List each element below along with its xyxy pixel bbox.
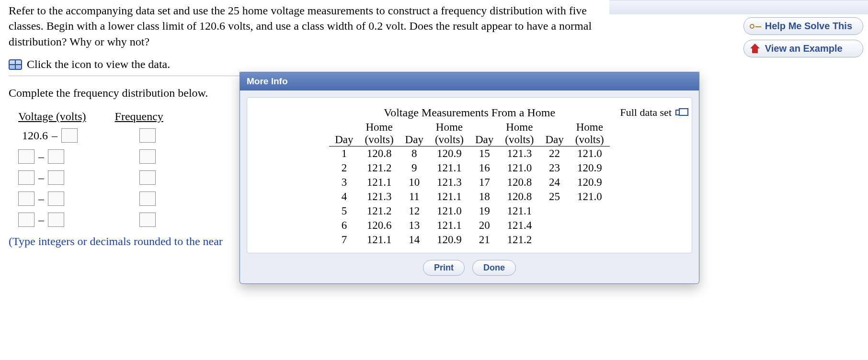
more-info-modal: More Info Full data set Voltage Measurem… <box>240 72 699 284</box>
row3-lower-input[interactable] <box>18 170 34 185</box>
data-cell: 12 <box>400 204 429 218</box>
data-cell: 120.6 <box>359 218 400 233</box>
row1-lower: 120.6 <box>18 129 48 142</box>
data-cell: 23 <box>539 161 569 175</box>
table-row: 7121.114120.921121.2 <box>329 233 610 247</box>
row3-upper-input[interactable] <box>48 170 64 185</box>
col-home: Home <box>359 121 400 134</box>
dash: – <box>37 192 45 205</box>
data-cell: 121.1 <box>499 204 539 218</box>
data-cell: 14 <box>400 233 429 247</box>
col-volts: (volts) <box>570 134 610 146</box>
done-button[interactable]: Done <box>472 260 516 276</box>
data-cell: 121.0 <box>429 204 469 218</box>
data-cell: 16 <box>469 161 499 175</box>
data-cell: 121.1 <box>359 175 400 190</box>
data-cell <box>570 218 610 233</box>
data-cell: 121.4 <box>499 218 539 233</box>
modal-title: More Info <box>240 72 699 90</box>
table-row: 2121.29121.116121.023120.9 <box>329 161 610 175</box>
data-cell: 121.3 <box>359 190 400 204</box>
row5-freq-input[interactable] <box>139 213 156 227</box>
data-cell: 10 <box>400 175 429 190</box>
data-cell: 24 <box>539 175 569 190</box>
data-cell: 1 <box>329 146 359 161</box>
row1-freq-input[interactable] <box>139 128 156 143</box>
col-header-frequency: Frequency <box>115 110 163 124</box>
row1-upper-input[interactable] <box>61 128 78 143</box>
row4-lower-input[interactable] <box>18 191 34 206</box>
data-table-icon[interactable] <box>9 59 22 70</box>
col-volts: (volts) <box>359 134 400 146</box>
table-row: 4121.311121.118120.825121.0 <box>329 190 610 204</box>
data-cell: 121.2 <box>359 161 400 175</box>
data-link-text[interactable]: Click the icon to view the data. <box>27 58 170 71</box>
col-day: Day <box>469 134 499 146</box>
row3-freq-input[interactable] <box>139 170 156 185</box>
header-strip <box>609 0 868 14</box>
data-cell: 121.0 <box>499 161 539 175</box>
popout-icon <box>675 110 683 115</box>
house-icon <box>750 44 760 54</box>
dash: – <box>37 150 45 163</box>
row5-lower-input[interactable] <box>18 213 34 227</box>
help-label: Help Me Solve This <box>765 21 852 31</box>
col-home: Home <box>499 121 539 134</box>
data-cell: 121.1 <box>359 233 400 247</box>
data-cell: 4 <box>329 190 359 204</box>
dash: – <box>51 129 58 142</box>
example-label: View an Example <box>765 43 843 54</box>
data-cell: 7 <box>329 233 359 247</box>
data-cell: 5 <box>329 204 359 218</box>
data-cell: 120.9 <box>429 146 469 161</box>
data-cell: 21 <box>469 233 499 247</box>
data-cell <box>570 204 610 218</box>
col-volts: (volts) <box>499 134 539 146</box>
data-cell: 121.1 <box>429 161 469 175</box>
col-home: Home <box>429 121 469 134</box>
data-cell: 2 <box>329 161 359 175</box>
data-cell: 8 <box>400 146 429 161</box>
col-day: Day <box>400 134 429 146</box>
data-cell: 22 <box>539 146 569 161</box>
data-cell <box>539 218 569 233</box>
data-cell: 13 <box>400 218 429 233</box>
data-cell <box>570 233 610 247</box>
view-example-button[interactable]: View an Example <box>743 40 863 57</box>
data-cell: 9 <box>400 161 429 175</box>
key-icon <box>750 21 760 32</box>
data-cell: 120.8 <box>359 146 400 161</box>
data-cell: 120.9 <box>429 233 469 247</box>
row2-upper-input[interactable] <box>48 149 64 164</box>
col-day: Day <box>539 134 569 146</box>
data-cell: 120.8 <box>499 190 539 204</box>
help-me-solve-button[interactable]: Help Me Solve This <box>743 17 863 35</box>
row4-freq-input[interactable] <box>139 191 156 206</box>
data-cell: 18 <box>469 190 499 204</box>
row4-upper-input[interactable] <box>48 191 64 206</box>
dataset-title: Voltage Measurements From a Home <box>257 106 682 119</box>
col-volts: (volts) <box>429 134 469 146</box>
table-row: 6120.613121.120121.4 <box>329 218 610 233</box>
data-cell: 121.3 <box>499 146 539 161</box>
table-row: 5121.212121.019121.1 <box>329 204 610 218</box>
col-header-voltage: Voltage (volts) <box>18 110 86 124</box>
data-cell: 15 <box>469 146 499 161</box>
data-cell: 121.2 <box>359 204 400 218</box>
data-cell: 6 <box>329 218 359 233</box>
data-cell: 121.0 <box>570 146 610 161</box>
data-cell: 120.9 <box>570 175 610 190</box>
data-cell: 19 <box>469 204 499 218</box>
dash: – <box>37 171 45 184</box>
data-cell <box>539 233 569 247</box>
row2-freq-input[interactable] <box>139 149 156 164</box>
full-data-set-link[interactable]: Full data set <box>620 106 683 119</box>
row5-upper-input[interactable] <box>48 213 64 227</box>
table-row: 1120.88120.915121.322121.0 <box>329 146 610 161</box>
row2-lower-input[interactable] <box>18 149 34 164</box>
data-cell: 120.8 <box>499 175 539 190</box>
table-row: 3121.110121.317120.824120.9 <box>329 175 610 190</box>
print-button[interactable]: Print <box>423 260 465 276</box>
data-cell: 11 <box>400 190 429 204</box>
data-cell: 121.2 <box>499 233 539 247</box>
